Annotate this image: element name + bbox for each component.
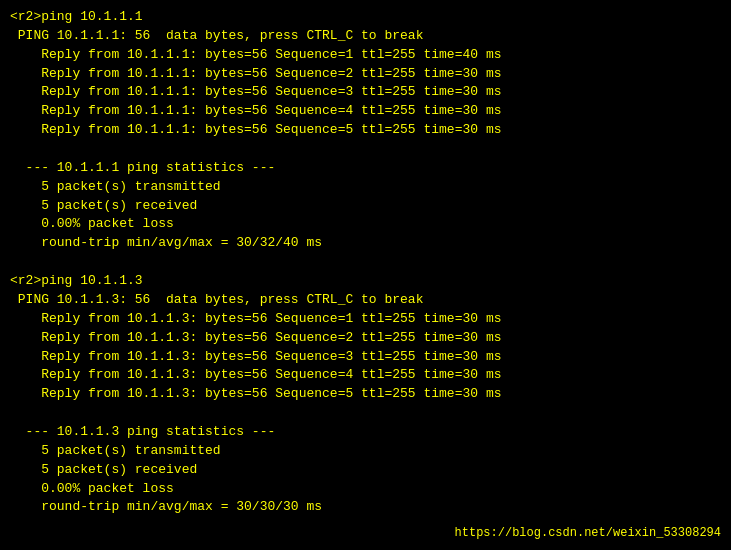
terminal-line: Reply from 10.1.1.3: bytes=56 Sequence=5… (10, 385, 721, 404)
terminal-line (10, 140, 721, 159)
terminal-line (10, 253, 721, 272)
watermark: https://blog.csdn.net/weixin_53308294 (455, 526, 721, 540)
terminal-line: 0.00% packet loss (10, 480, 721, 499)
terminal-line: Reply from 10.1.1.3: bytes=56 Sequence=1… (10, 310, 721, 329)
terminal-line: --- 10.1.1.1 ping statistics --- (10, 159, 721, 178)
terminal-line: 5 packet(s) received (10, 461, 721, 480)
terminal-line: Reply from 10.1.1.1: bytes=56 Sequence=3… (10, 83, 721, 102)
terminal-line: round-trip min/avg/max = 30/32/40 ms (10, 234, 721, 253)
terminal-line: Reply from 10.1.1.1: bytes=56 Sequence=4… (10, 102, 721, 121)
terminal-output: <r2>ping 10.1.1.1 PING 10.1.1.1: 56 data… (10, 8, 721, 517)
terminal-line: 5 packet(s) transmitted (10, 442, 721, 461)
terminal-line: Reply from 10.1.1.3: bytes=56 Sequence=3… (10, 348, 721, 367)
terminal-line: <r2>ping 10.1.1.3 (10, 272, 721, 291)
terminal-line: PING 10.1.1.3: 56 data bytes, press CTRL… (10, 291, 721, 310)
terminal: <r2>ping 10.1.1.1 PING 10.1.1.1: 56 data… (0, 0, 731, 550)
terminal-line: --- 10.1.1.3 ping statistics --- (10, 423, 721, 442)
terminal-line: 5 packet(s) transmitted (10, 178, 721, 197)
terminal-line: 5 packet(s) received (10, 197, 721, 216)
terminal-line: Reply from 10.1.1.1: bytes=56 Sequence=1… (10, 46, 721, 65)
terminal-line: Reply from 10.1.1.1: bytes=56 Sequence=5… (10, 121, 721, 140)
terminal-line: Reply from 10.1.1.3: bytes=56 Sequence=4… (10, 366, 721, 385)
terminal-line: <r2>ping 10.1.1.1 (10, 8, 721, 27)
terminal-line: PING 10.1.1.1: 56 data bytes, press CTRL… (10, 27, 721, 46)
terminal-line: Reply from 10.1.1.3: bytes=56 Sequence=2… (10, 329, 721, 348)
terminal-line: 0.00% packet loss (10, 215, 721, 234)
terminal-line: round-trip min/avg/max = 30/30/30 ms (10, 498, 721, 517)
terminal-line (10, 404, 721, 423)
terminal-line: Reply from 10.1.1.1: bytes=56 Sequence=2… (10, 65, 721, 84)
